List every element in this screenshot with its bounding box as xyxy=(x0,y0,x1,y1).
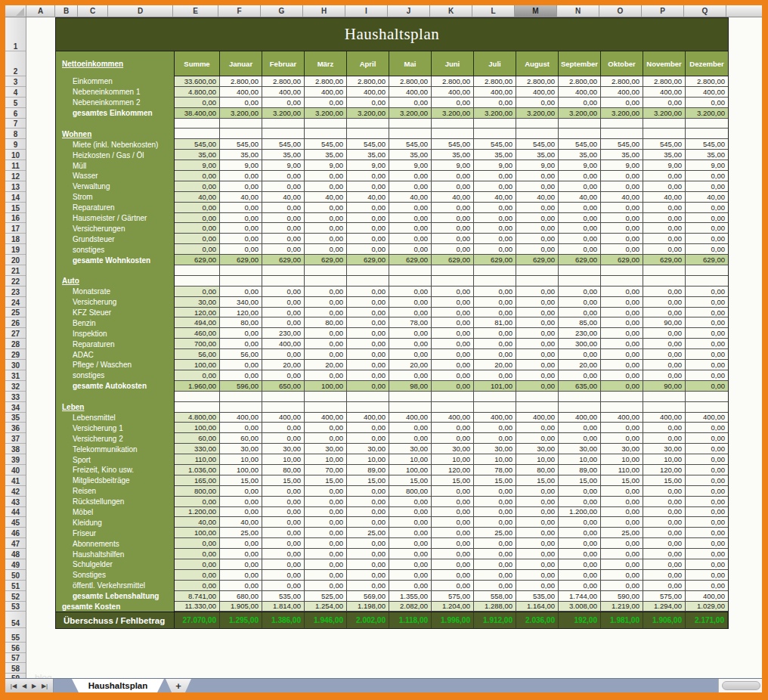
cell[interactable]: 1.912,00 xyxy=(474,612,516,628)
cell[interactable]: 20,00 xyxy=(474,360,516,370)
row-label-cell[interactable]: Wohnen xyxy=(56,129,174,139)
tab-nav-buttons[interactable]: |◀◀▶▶| xyxy=(5,679,54,692)
cell[interactable]: 0,00 xyxy=(347,234,389,244)
cell[interactable]: 15,00 xyxy=(516,475,559,486)
cell[interactable]: 0,00 xyxy=(601,433,643,444)
row-header-53[interactable]: 53 xyxy=(5,602,26,612)
cell[interactable]: 4.800,00 xyxy=(175,413,220,423)
cell[interactable]: 35,00 xyxy=(559,150,601,160)
cell[interactable]: 100,00 xyxy=(175,528,220,538)
prev-sheet-icon[interactable]: ◀ xyxy=(22,683,26,689)
cell[interactable]: 0,00 xyxy=(347,181,389,192)
cell[interactable]: 10,00 xyxy=(347,454,389,465)
row-label-cell[interactable]: öffentl. Verkehrsmittel xyxy=(56,581,174,591)
cell[interactable]: 110,00 xyxy=(175,454,220,465)
cell[interactable]: 0,00 xyxy=(601,570,643,581)
cell[interactable]: 230,00 xyxy=(559,328,601,339)
cell[interactable]: 0,00 xyxy=(175,581,220,591)
sheet-area[interactable]: Haushaltsplan NettoeinkommenSummeJanuarF… xyxy=(26,17,762,678)
cell[interactable]: 1.946,00 xyxy=(305,612,347,628)
cell[interactable]: 0,00 xyxy=(643,570,686,581)
cell[interactable]: 15,00 xyxy=(262,475,305,486)
cell[interactable]: 0,00 xyxy=(305,549,347,559)
cell[interactable]: 1.906,00 xyxy=(643,612,686,628)
cell[interactable]: 1.204,00 xyxy=(432,602,474,612)
cell[interactable]: 0,00 xyxy=(347,370,389,381)
cell[interactable] xyxy=(175,129,220,139)
cell[interactable]: 3.200,00 xyxy=(643,108,686,119)
row-label-cell[interactable]: Miete (inkl. Nebenkosten) xyxy=(56,139,174,150)
cell[interactable]: 9,00 xyxy=(432,160,474,171)
cell[interactable]: 40,00 xyxy=(686,192,728,203)
row-header-3[interactable]: 3 xyxy=(5,76,26,87)
column-header-G[interactable]: G xyxy=(261,5,303,17)
cell[interactable]: 569,00 xyxy=(347,591,389,602)
cell[interactable]: 0,00 xyxy=(262,507,305,518)
cell[interactable]: 545,00 xyxy=(220,139,262,150)
cell[interactable]: 0,00 xyxy=(347,581,389,591)
row-label-cell[interactable]: Nebeneinkommen 1 xyxy=(56,87,174,98)
cell[interactable]: 0,00 xyxy=(389,570,432,581)
cell[interactable]: 35,00 xyxy=(262,150,305,160)
cell[interactable]: 0,00 xyxy=(262,349,305,360)
cell[interactable]: 629,00 xyxy=(305,255,347,265)
cell[interactable]: 0,00 xyxy=(601,581,643,591)
cell[interactable]: 629,00 xyxy=(175,255,220,265)
month-header-cell[interactable]: November xyxy=(643,51,686,76)
cell[interactable]: 9,00 xyxy=(175,160,220,171)
cell[interactable]: 0,00 xyxy=(559,433,601,444)
row-label-cell[interactable]: Benzin xyxy=(56,317,174,328)
cell[interactable]: 0,00 xyxy=(601,287,643,297)
cell[interactable] xyxy=(516,402,559,413)
row-label-cell[interactable]: Versicherung xyxy=(56,297,174,308)
cell[interactable]: 40,00 xyxy=(305,192,347,203)
cell[interactable]: 400,00 xyxy=(686,87,728,98)
cell[interactable]: 0,00 xyxy=(262,423,305,433)
cell[interactable]: 0,00 xyxy=(601,234,643,244)
cell[interactable]: 0,00 xyxy=(305,328,347,339)
cell[interactable]: 0,00 xyxy=(262,581,305,591)
cell[interactable]: 0,00 xyxy=(389,370,432,381)
cell[interactable]: 0,00 xyxy=(432,538,474,549)
cell[interactable]: 0,00 xyxy=(432,517,474,528)
cell[interactable]: 80,00 xyxy=(305,317,347,328)
cell[interactable]: 35,00 xyxy=(686,150,728,160)
cell[interactable]: 0,00 xyxy=(474,223,516,234)
cell[interactable]: 0,00 xyxy=(389,328,432,339)
row-label-cell[interactable]: Überschuss / Fehlbetrag xyxy=(56,612,174,628)
cell[interactable] xyxy=(559,392,601,402)
cell[interactable]: 0,00 xyxy=(432,370,474,381)
cell[interactable]: 30,00 xyxy=(305,444,347,454)
month-header-cell[interactable]: April xyxy=(347,51,389,76)
row-label-cell[interactable]: Pflege / Waschen xyxy=(56,360,174,370)
cell[interactable] xyxy=(389,402,432,413)
cell[interactable]: 89,00 xyxy=(559,465,601,475)
row-header-10[interactable]: 10 xyxy=(5,150,26,160)
cell[interactable]: 3.200,00 xyxy=(559,108,601,119)
cell[interactable]: 0,00 xyxy=(220,538,262,549)
cell[interactable]: 0,00 xyxy=(432,559,474,570)
cell[interactable]: 545,00 xyxy=(643,139,686,150)
cell[interactable]: 0,00 xyxy=(686,559,728,570)
cell[interactable] xyxy=(601,119,643,129)
cell[interactable]: 400,00 xyxy=(601,87,643,98)
cell[interactable]: 3.200,00 xyxy=(686,108,728,119)
cell[interactable]: 0,00 xyxy=(516,538,559,549)
cell[interactable]: 0,00 xyxy=(432,528,474,538)
cell[interactable]: 2.082,00 xyxy=(389,602,432,612)
row-header-13[interactable]: 13 xyxy=(5,181,26,192)
column-header-B[interactable]: B xyxy=(55,5,78,17)
cell[interactable]: 0,00 xyxy=(347,317,389,328)
cell[interactable]: 0,00 xyxy=(601,559,643,570)
cell[interactable] xyxy=(516,129,559,139)
cell[interactable]: 0,00 xyxy=(474,559,516,570)
cell[interactable]: 15,00 xyxy=(305,475,347,486)
cell[interactable]: 35,00 xyxy=(389,150,432,160)
row-label-cell[interactable]: Heizkosten / Gas / Öl xyxy=(56,150,174,160)
row-header-24[interactable]: 24 xyxy=(5,297,26,308)
cell[interactable]: 0,00 xyxy=(686,349,728,360)
row-label-cell[interactable] xyxy=(56,392,174,402)
cell[interactable]: 0,00 xyxy=(601,213,643,224)
row-header-5[interactable]: 5 xyxy=(5,98,26,108)
cell[interactable]: 1.288,00 xyxy=(474,602,516,612)
